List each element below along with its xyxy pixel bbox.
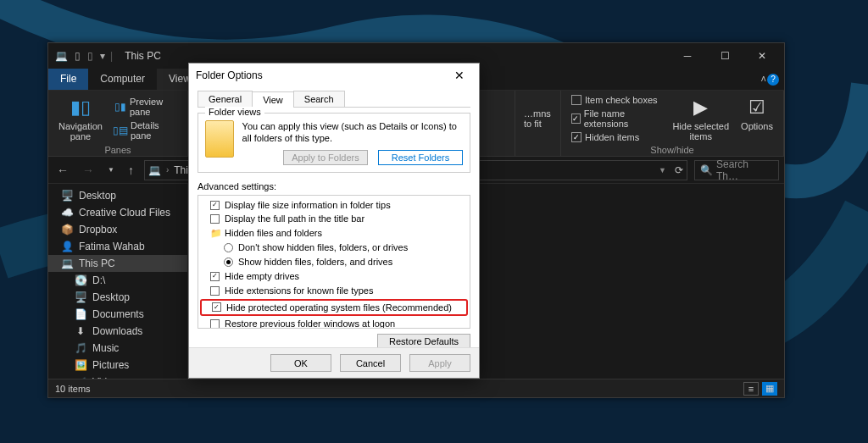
details-pane-button[interactable]: ▯▤Details pane (113, 119, 179, 141)
opt-show-hidden[interactable]: Show hidden files, folders, and drives (200, 255, 468, 269)
maximize-button[interactable]: ☐ (706, 43, 743, 69)
checkbox-icon (210, 201, 220, 210)
panes-group-label: Panes (57, 143, 179, 155)
window-title: This PC (125, 50, 161, 62)
overflow-icon[interactable]: ▾ (100, 50, 105, 62)
sidebar-item-documents[interactable]: 📄Documents (48, 306, 187, 323)
apply-button[interactable]: Apply (409, 354, 470, 372)
checkbox-icon (571, 114, 581, 124)
sidebar-item-label: Creative Cloud Files (79, 207, 170, 219)
opt-restore-previous-windows[interactable]: Restore previous folder windows at logon (200, 317, 468, 328)
apply-to-folders-button[interactable]: Apply to Folders (283, 150, 368, 165)
refresh-icon[interactable]: ⟳ (675, 164, 683, 176)
sidebar-item-icon: ☁️ (60, 207, 74, 219)
details-view-button[interactable]: ≡ (743, 382, 759, 396)
restore-defaults-button[interactable]: Restore Defaults (377, 334, 470, 349)
sidebar-item-music[interactable]: 🎵Music (48, 340, 187, 357)
navigation-pane-button[interactable]: ▮▯ Navigation pane (57, 94, 104, 143)
details-pane-label: Details pane (131, 120, 177, 141)
sidebar-item-label: Fatima Wahab (79, 241, 145, 252)
reset-folders-button[interactable]: Reset Folders (378, 150, 463, 165)
sidebar-item-icon: 🖼️ (74, 359, 87, 371)
sidebar-item-desktop[interactable]: 🖥️Desktop (48, 289, 187, 306)
address-dropdown-icon[interactable]: ▼ (659, 166, 666, 174)
options-icon: ☑ (743, 96, 771, 119)
sidebar-item-dropbox[interactable]: 📦Dropbox (48, 221, 187, 238)
sidebar-item-icon: 🖥️ (60, 190, 74, 202)
folder-views-group: Folder views You can apply this view (su… (198, 113, 470, 173)
size-columns-label[interactable]: …mns to fit (524, 108, 552, 129)
radio-icon (224, 243, 233, 252)
tab-search[interactable]: Search (293, 91, 345, 107)
collapse-ribbon-icon[interactable]: ᐱ (761, 75, 765, 83)
checkbox-icon (571, 132, 581, 142)
sidebar: 🖥️Desktop☁️Creative Cloud Files📦Dropbox👤… (48, 184, 188, 379)
opt-display-file-size[interactable]: Display file size information in folder … (200, 198, 468, 213)
dialog-tabs: General View Search (198, 91, 470, 108)
sidebar-item-icon: 👤 (60, 241, 74, 252)
file-extensions-toggle[interactable]: File name extensions (570, 108, 662, 130)
opt-display-full-path[interactable]: Display the full path in the title bar (200, 212, 468, 226)
minimize-button[interactable]: ─ (669, 43, 706, 69)
tab-general[interactable]: General (198, 91, 253, 107)
ok-button[interactable]: OK (270, 354, 331, 372)
sidebar-item-label: Desktop (79, 190, 116, 202)
recent-dropdown[interactable]: ▼ (104, 163, 118, 177)
dialog-close-button[interactable]: ✕ (447, 65, 472, 86)
nav-pane-label: Navigation pane (58, 121, 103, 141)
sidebar-item-this-pc[interactable]: 💻This PC (48, 255, 187, 272)
up-button[interactable]: ↑ (125, 160, 137, 180)
search-icon: 🔍 (700, 164, 713, 176)
opt-hide-protected-os-files[interactable]: Hide protected operating system files (R… (202, 301, 466, 315)
sidebar-item-fatima-wahab[interactable]: 👤Fatima Wahab (48, 238, 187, 255)
back-button[interactable]: ← (53, 160, 72, 180)
preview-pane-button[interactable]: ▯▮Preview pane (113, 96, 179, 118)
preview-pane-icon: ▯▮ (114, 101, 126, 114)
sidebar-item-icon: 🖥️ (74, 291, 87, 303)
opt-hide-extensions[interactable]: Hide extensions for known file types (200, 284, 468, 298)
item-checkboxes-toggle[interactable]: Item check boxes (570, 94, 662, 106)
sidebar-item-downloads[interactable]: ⬇Downloads (48, 323, 187, 340)
sidebar-item-icon: 💽 (74, 274, 87, 286)
forward-button[interactable]: → (79, 160, 97, 180)
details-pane-icon: ▯▤ (114, 125, 127, 137)
folder-views-desc: You can apply this view (such as Details… (242, 120, 463, 145)
menu-computer[interactable]: Computer (88, 69, 157, 90)
close-button[interactable]: ✕ (743, 43, 781, 69)
checkbox-icon (571, 95, 581, 105)
doc-icon-2: ▯ (87, 50, 93, 62)
highlight-box: Hide protected operating system files (R… (200, 299, 468, 317)
sidebar-item-label: D:\ (92, 274, 105, 286)
sidebar-item-pictures[interactable]: 🖼️Pictures (48, 357, 187, 374)
opt-hide-empty-drives[interactable]: Hide empty drives (200, 269, 468, 284)
preview-pane-label: Preview pane (130, 97, 177, 117)
menu-file[interactable]: File (48, 69, 88, 90)
sidebar-item-d-[interactable]: 💽D:\ (48, 272, 187, 289)
item-count: 10 items (55, 384, 91, 394)
hidden-items-toggle[interactable]: Hidden items (570, 131, 662, 143)
options-button[interactable]: ☑ Options (739, 94, 775, 143)
monitor-icon: 💻 (148, 164, 161, 176)
sidebar-item-creative-cloud-files[interactable]: ☁️Creative Cloud Files (48, 204, 187, 221)
checkbox-icon (210, 319, 220, 328)
opt-dont-show-hidden[interactable]: Don't show hidden files, folders, or dri… (200, 241, 468, 255)
sidebar-item-desktop[interactable]: 🖥️Desktop (48, 187, 187, 204)
tab-view[interactable]: View (252, 91, 294, 108)
checkbox-icon (210, 286, 220, 296)
cancel-button[interactable]: Cancel (340, 354, 401, 372)
hide-selected-button[interactable]: ▶ Hide selected items (670, 94, 731, 143)
sidebar-item-label: Pictures (92, 359, 129, 371)
sidebar-item-label: This PC (79, 257, 115, 269)
sidebar-item-icon: 🎵 (74, 342, 87, 354)
search-placeholder: Search Th… (716, 158, 773, 182)
monitor-icon: 💻 (55, 50, 68, 62)
advanced-settings-list[interactable]: Display file size information in folder … (198, 195, 470, 329)
folder-icon: 📁 (210, 227, 220, 240)
dialog-footer: OK Cancel Apply (189, 347, 479, 378)
search-input[interactable]: 🔍 Search Th… (694, 160, 779, 180)
help-icon[interactable]: ? (767, 74, 779, 86)
statusbar: 10 items ≡ ▦ (48, 379, 784, 397)
nav-pane-icon: ▮▯ (67, 96, 94, 119)
hide-icon: ▶ (687, 96, 715, 119)
tiles-view-button[interactable]: ▦ (762, 382, 777, 396)
